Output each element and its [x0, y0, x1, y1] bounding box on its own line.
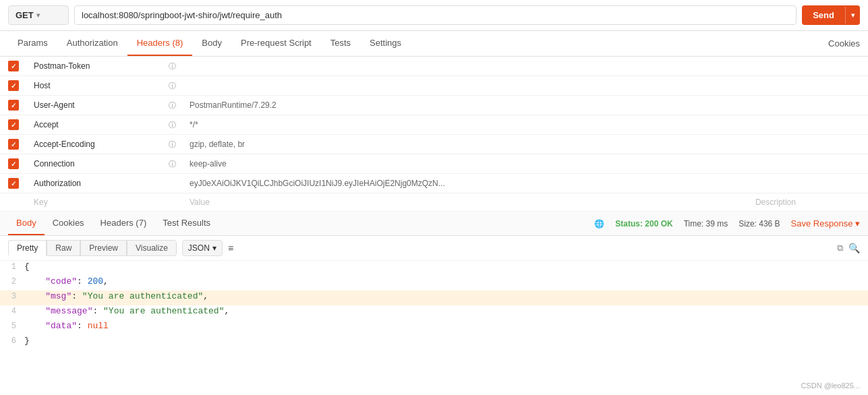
headers-table: Postman-Token ⓘ Host ⓘ User-Agent ⓘ Post… [0, 57, 868, 212]
line-content: "data": null [24, 320, 868, 332]
header-value-0 [183, 57, 742, 76]
size-label: Size: 436 B [739, 219, 780, 229]
tab-authorization[interactable]: Authorization [57, 31, 127, 56]
header-checkbox-3[interactable] [8, 119, 19, 130]
header-checkbox-5[interactable] [8, 158, 19, 169]
header-checkbox-6[interactable] [8, 178, 19, 189]
tab-body[interactable]: Body [192, 31, 231, 56]
line-number: 3 [0, 292, 24, 301]
header-key-2: User-Agent [27, 96, 162, 115]
line-number: 2 [0, 277, 24, 286]
send-label: Send [802, 5, 845, 25]
status-badge: Status: 200 OK [615, 219, 672, 229]
desc-cell: Description [742, 193, 868, 212]
json-format-select[interactable]: JSON ▾ [182, 240, 223, 256]
headers-section: Postman-Token ⓘ Host ⓘ User-Agent ⓘ Post… [0, 57, 868, 212]
header-value-1 [183, 76, 742, 96]
header-row: Connection ⓘ keep-alive [0, 154, 868, 174]
response-tab-test-results[interactable]: Test Results [154, 212, 219, 235]
key-cell[interactable]: Key [27, 193, 162, 212]
line-content: "msg": "You are authenticated", [24, 291, 868, 302]
header-key-4: Accept-Encoding [27, 135, 162, 154]
response-tabs: Body Cookies Headers (7) Test Results [8, 212, 219, 235]
header-value-5: keep-alive [183, 154, 742, 174]
watermark: CSDN @leo825... [801, 382, 860, 390]
info-icon[interactable]: ⓘ [169, 160, 176, 168]
header-row: Accept ⓘ */* [0, 115, 868, 135]
save-response-button[interactable]: Save Response ▾ [791, 218, 860, 229]
line-number: 1 [0, 262, 24, 272]
globe-icon: 🌐 [594, 219, 604, 229]
header-key-3: Accept [27, 115, 162, 135]
info-icon[interactable]: ⓘ [169, 121, 176, 129]
line-number: 5 [0, 322, 24, 331]
header-value-3: */* [183, 115, 742, 135]
code-line: 3 "msg": "You are authenticated", [0, 291, 868, 305]
save-response-label: Save Response [791, 218, 853, 229]
fmt-visualize[interactable]: Visualize [127, 240, 177, 256]
header-value-4: gzip, deflate, br [183, 135, 742, 154]
line-content: } [24, 335, 868, 346]
header-key-6: Authorization [27, 174, 162, 193]
request-tabs: Params Authorization Headers (8) Body Pr… [8, 31, 411, 56]
code-line: 2 "code": 200, [0, 276, 868, 291]
header-checkbox-0[interactable] [8, 61, 19, 71]
url-input[interactable] [74, 5, 797, 25]
code-line: 5 "data": null [0, 320, 868, 335]
method-select[interactable]: GET ▾ [8, 5, 69, 25]
header-row: Postman-Token ⓘ [0, 57, 868, 76]
value-cell[interactable]: Value [183, 193, 742, 212]
format-bar: Pretty Raw Preview Visualize JSON ▾ ≡ ⧉ … [0, 236, 868, 261]
header-value-6: eyJ0eXAiOiJKV1QiLCJhbGciOiJIUzI1NiJ9.eyJ… [183, 174, 742, 193]
info-icon[interactable]: ⓘ [169, 62, 176, 70]
header-row: Authorization eyJ0eXAiOiJKV1QiLCJhbGciOi… [0, 174, 868, 193]
response-tab-cookies[interactable]: Cookies [45, 212, 92, 235]
response-tab-body[interactable]: Body [8, 212, 45, 235]
code-line: 1{ [0, 261, 868, 276]
save-response-chevron-icon: ▾ [855, 218, 860, 229]
copy-icon[interactable]: ⧉ [837, 243, 843, 253]
header-key-5: Connection [27, 154, 162, 174]
code-line: 4 "message": "You are authenticated", [0, 305, 868, 320]
line-content: "code": 200, [24, 276, 868, 287]
header-checkbox-1[interactable] [8, 80, 19, 91]
search-icon[interactable]: 🔍 [848, 243, 860, 253]
fmt-preview[interactable]: Preview [80, 240, 127, 256]
info-icon[interactable]: ⓘ [169, 101, 176, 109]
header-row: User-Agent ⓘ PostmanRuntime/7.29.2 [0, 96, 868, 115]
tab-headers[interactable]: Headers (8) [127, 31, 193, 56]
tab-prerequest[interactable]: Pre-request Script [231, 31, 321, 56]
header-checkbox-4[interactable] [8, 139, 19, 150]
json-format-chevron-icon: ▾ [212, 243, 216, 253]
header-row: Accept-Encoding ⓘ gzip, deflate, br [0, 135, 868, 154]
header-checkbox-2[interactable] [8, 100, 19, 111]
fmt-pretty[interactable]: Pretty [8, 240, 47, 256]
line-number: 4 [0, 307, 24, 316]
method-label: GET [16, 10, 34, 20]
info-icon[interactable]: ⓘ [169, 82, 176, 90]
cookies-link[interactable]: Cookies [828, 32, 860, 55]
header-key-1: Host [27, 76, 162, 96]
info-icon[interactable]: ⓘ [169, 140, 176, 148]
line-number: 6 [0, 336, 24, 346]
tab-params[interactable]: Params [8, 31, 57, 56]
new-header-row: Key Value Description [0, 193, 868, 212]
send-chevron-icon: ▾ [845, 7, 860, 24]
send-button[interactable]: Send ▾ [802, 5, 860, 25]
request-tabs-row: Params Authorization Headers (8) Body Pr… [0, 31, 868, 57]
header-key-0: Postman-Token [27, 57, 162, 76]
main-container: GET ▾ Send ▾ Params Authorization Header… [0, 0, 868, 395]
fmt-raw[interactable]: Raw [47, 240, 80, 256]
code-line: 6} [0, 335, 868, 350]
tab-tests[interactable]: Tests [321, 31, 360, 56]
method-chevron-icon: ▾ [36, 11, 40, 19]
url-bar: GET ▾ Send ▾ [0, 0, 868, 31]
line-content: "message": "You are authenticated", [24, 305, 868, 317]
filter-icon[interactable]: ≡ [228, 243, 233, 253]
header-value-2: PostmanRuntime/7.29.2 [183, 96, 742, 115]
tab-settings[interactable]: Settings [360, 31, 411, 56]
response-tab-headers[interactable]: Headers (7) [92, 212, 155, 235]
response-bar: Body Cookies Headers (7) Test Results 🌐 … [0, 212, 868, 236]
time-label: Time: 39 ms [684, 219, 728, 229]
response-meta: 🌐 Status: 200 OK Time: 39 ms Size: 436 B… [594, 218, 860, 229]
